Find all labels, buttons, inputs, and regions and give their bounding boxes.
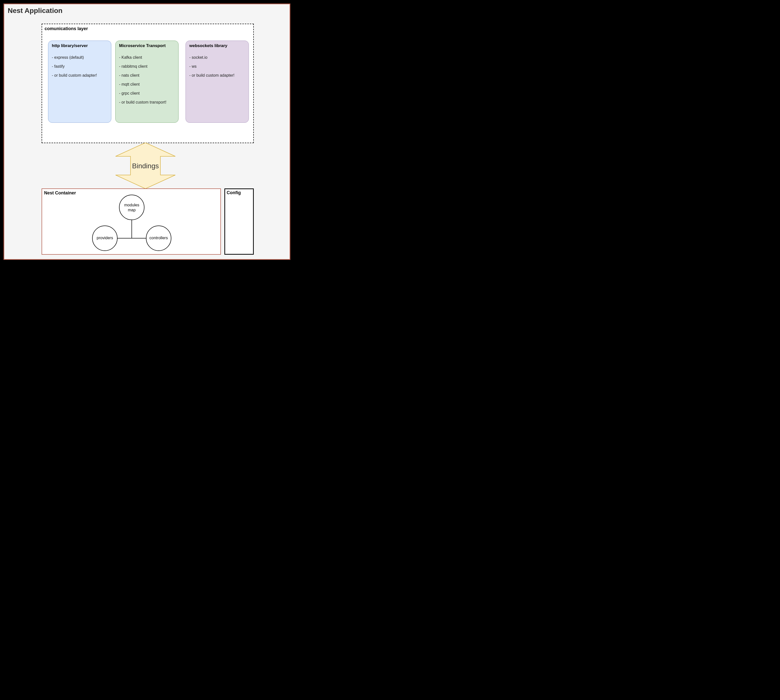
bindings-label: Bindings: [92, 162, 199, 170]
nest-application-frame: Nest Application comunications layer htt…: [3, 3, 291, 260]
list-item: - fastify: [52, 64, 108, 69]
app-title: Nest Application: [8, 7, 62, 15]
pillar-http: http library/server - express (default) …: [48, 40, 111, 123]
container-graph: modules map providers controllers: [42, 189, 221, 255]
communications-layer-title: comunications layer: [45, 26, 88, 32]
pillar-websockets: websockets library - socket.io - ws - or…: [185, 40, 249, 123]
pillar-microservice: Microservice Transport - Kafka client - …: [115, 40, 179, 123]
node-controllers-label: controllers: [149, 236, 168, 240]
communications-layer: comunications layer http library/server …: [42, 23, 254, 143]
nest-container: Nest Container modules map providers con…: [42, 188, 221, 255]
pillar-microservice-title: Microservice Transport: [119, 43, 175, 48]
list-item: - rabbitmq client: [119, 64, 175, 69]
list-item: - or build custom adapter!: [189, 73, 245, 78]
list-item: - express (default): [52, 55, 108, 60]
bindings-arrow: Bindings: [92, 143, 199, 189]
config-box: Config: [224, 188, 254, 255]
pillar-websockets-title: websockets library: [189, 43, 245, 48]
node-providers-label: providers: [97, 236, 113, 240]
config-title: Config: [227, 190, 241, 195]
node-modules-label-1: modules: [124, 203, 139, 207]
list-item: - Kafka client: [119, 55, 175, 60]
node-modules-label-2: map: [128, 208, 135, 212]
list-item: - mqtt client: [119, 82, 175, 87]
list-item: - nats client: [119, 73, 175, 78]
list-item: - or build custom transport!: [119, 100, 175, 105]
list-item: - grpc client: [119, 91, 175, 96]
list-item: - or build custom adapter!: [52, 73, 108, 78]
node-modules-map: [119, 195, 144, 220]
list-item: - socket.io: [189, 55, 245, 60]
pillar-http-title: http library/server: [52, 43, 108, 48]
list-item: - ws: [189, 64, 245, 69]
